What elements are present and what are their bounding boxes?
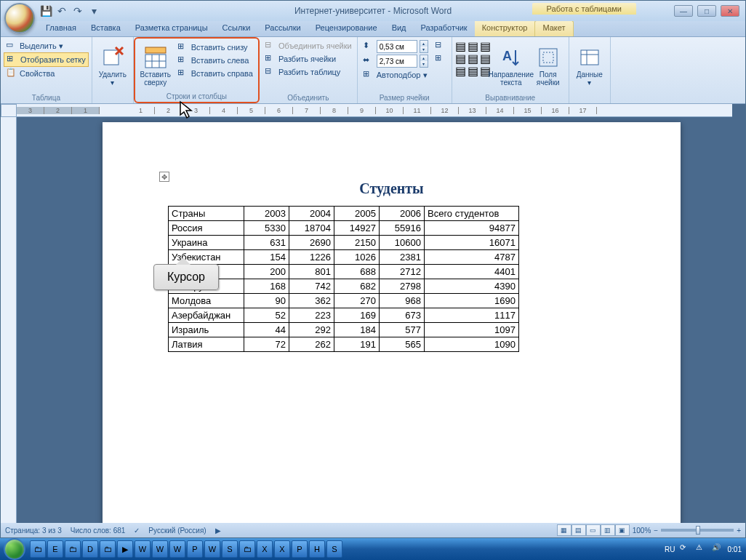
align-bl-icon[interactable]: ▤ xyxy=(455,64,467,76)
task-item[interactable]: 🗀 xyxy=(65,540,81,558)
autofit-button[interactable]: ⊞Автоподбор ▾ xyxy=(361,68,430,81)
task-item[interactable]: X xyxy=(274,540,290,558)
task-item[interactable]: 🗀 xyxy=(239,540,255,558)
align-mr-icon[interactable]: ▤ xyxy=(480,52,492,63)
tab-home[interactable]: Главная xyxy=(39,21,84,36)
insert-below-button[interactable]: ⊞Вставить снизу xyxy=(175,41,255,54)
ruler-toggle[interactable] xyxy=(1,104,17,117)
tab-review[interactable]: Рецензирование xyxy=(308,21,385,36)
svg-rect-7 xyxy=(540,49,557,66)
svg-rect-8 xyxy=(543,52,553,63)
document-page[interactable]: ✥ Студенты Страны2003200420052006Всего с… xyxy=(103,122,681,523)
tab-view[interactable]: Вид xyxy=(385,21,414,36)
tab-insert[interactable]: Вставка xyxy=(84,21,128,36)
minimize-button[interactable]: — xyxy=(674,5,693,17)
svg-rect-1 xyxy=(145,47,166,53)
page-indicator[interactable]: Страница: 3 из 3 xyxy=(5,527,62,535)
row-height-field[interactable]: ⬍▴▾ xyxy=(361,39,430,54)
tray-icon[interactable]: ⟳ xyxy=(680,543,691,555)
word-count[interactable]: Число слов: 681 xyxy=(71,527,126,535)
language-indicator[interactable]: Русский (Россия) xyxy=(148,527,206,535)
align-mc-icon[interactable]: ▤ xyxy=(468,52,479,63)
tab-developer[interactable]: Разработчик xyxy=(414,21,475,36)
text-direction-button[interactable]: A Направление текста xyxy=(494,39,529,92)
task-item[interactable]: W xyxy=(169,540,185,558)
task-item[interactable]: E xyxy=(47,540,63,558)
status-bar: Страница: 3 из 3 Число слов: 681 ✓ Русск… xyxy=(1,523,745,537)
clock[interactable]: 0:01 xyxy=(728,545,742,553)
split-table-button[interactable]: ⊟Разбить таблицу xyxy=(262,65,354,79)
task-item[interactable]: X xyxy=(257,540,273,558)
office-button[interactable] xyxy=(4,3,35,33)
tab-page-layout[interactable]: Разметка страницы xyxy=(128,21,215,36)
task-item[interactable]: S xyxy=(326,540,342,558)
col-width-field[interactable]: ⬌▴▾ xyxy=(361,54,430,68)
tab-layout[interactable]: Макет xyxy=(534,20,573,36)
group-alignment-label: Выравнивание xyxy=(455,92,566,103)
split-cells-button[interactable]: ⊞Разбить ячейки xyxy=(262,52,354,65)
document-area: 3211234567891011121314151617 ✥ Студенты … xyxy=(1,104,745,523)
task-item[interactable]: D xyxy=(82,540,98,558)
task-item[interactable]: S xyxy=(222,540,238,558)
tray-icon[interactable]: ⚠ xyxy=(696,543,707,555)
zoom-out-button[interactable]: − xyxy=(654,527,658,535)
tab-design[interactable]: Конструктор xyxy=(475,21,535,36)
spellcheck-icon[interactable]: ✓ xyxy=(134,527,140,535)
task-item[interactable]: ▶ xyxy=(117,540,133,558)
distribute-cols-button[interactable]: ⊞ xyxy=(433,52,449,65)
lang-indicator[interactable]: RU xyxy=(665,545,675,553)
group-rows-columns: Вставить сверху ⊞Вставить снизу ⊞Вставит… xyxy=(134,37,260,103)
task-item[interactable]: P xyxy=(292,540,308,558)
table-move-handle[interactable]: ✥ xyxy=(159,172,169,182)
delete-button[interactable]: Удалить▾ xyxy=(95,39,130,92)
task-item[interactable]: W xyxy=(204,540,220,558)
select-button[interactable]: ▭Выделить ▾ xyxy=(4,39,89,52)
cell-margins-button[interactable]: Поля ячейки xyxy=(531,39,566,92)
task-item[interactable]: P xyxy=(187,540,203,558)
vertical-ruler[interactable] xyxy=(1,117,17,523)
group-delete: Удалить▾ xyxy=(92,37,134,103)
distribute-rows-button[interactable]: ⊟ xyxy=(433,39,449,52)
align-ml-icon[interactable]: ▤ xyxy=(455,52,467,63)
show-gridlines-button[interactable]: ⊞Отобразить сетку xyxy=(4,52,89,67)
align-tl-icon[interactable]: ▤ xyxy=(455,39,467,51)
save-icon[interactable]: 💾 xyxy=(39,4,53,18)
height-stepper[interactable]: ▴▾ xyxy=(420,40,428,53)
align-tc-icon[interactable]: ▤ xyxy=(468,39,479,51)
macro-icon[interactable]: ▶ xyxy=(215,527,221,535)
align-tr-icon[interactable]: ▤ xyxy=(480,39,492,51)
task-item[interactable]: W xyxy=(152,540,168,558)
zoom-in-button[interactable]: + xyxy=(737,527,741,535)
task-item[interactable]: 🗀 xyxy=(30,540,46,558)
zoom-level[interactable]: 100% xyxy=(633,527,651,535)
group-cell-size: ⬍▴▾ ⬌▴▾ ⊞Автоподбор ▾ ⊟ ⊞ Размер ячейки xyxy=(358,37,452,103)
start-button[interactable] xyxy=(0,538,29,560)
width-stepper[interactable]: ▴▾ xyxy=(420,55,428,68)
insert-left-button[interactable]: ⊞Вставить слева xyxy=(175,54,255,67)
merge-cells-button[interactable]: ⊟Объединить ячейки xyxy=(262,39,354,52)
insert-above-button[interactable]: Вставить сверху xyxy=(138,41,173,91)
qat-more-icon[interactable]: ▾ xyxy=(87,4,101,18)
insert-right-button[interactable]: ⊞Вставить справа xyxy=(175,67,255,80)
task-item[interactable]: 🗀 xyxy=(100,540,116,558)
task-item[interactable]: W xyxy=(135,540,151,558)
properties-button[interactable]: 📋Свойства xyxy=(4,67,89,80)
tab-mailings[interactable]: Рассылки xyxy=(257,21,308,36)
tab-references[interactable]: Ссылки xyxy=(215,21,258,36)
close-button[interactable]: ✕ xyxy=(721,5,739,17)
view-buttons[interactable]: ▦▤▭▥▣ xyxy=(557,524,630,536)
task-item[interactable]: H xyxy=(309,540,325,558)
align-bc-icon[interactable]: ▤ xyxy=(468,64,479,76)
undo-icon[interactable]: ↶ xyxy=(55,4,69,18)
ribbon: ▭Выделить ▾ ⊞Отобразить сетку 📋Свойства … xyxy=(1,37,745,104)
volume-icon[interactable]: 🔊 xyxy=(712,543,723,555)
redo-icon[interactable]: ↷ xyxy=(71,4,85,18)
maximize-button[interactable]: □ xyxy=(697,5,716,17)
titlebar: 💾 ↶ ↷ ▾ Интернет-университет - Microsoft… xyxy=(1,1,745,21)
group-rows-cols-label: Строки и столбцы xyxy=(138,91,255,102)
data-button[interactable]: Данные▾ xyxy=(572,39,607,92)
data-table[interactable]: Страны2003200420052006Всего студентовРос… xyxy=(168,206,519,352)
zoom-slider[interactable] xyxy=(661,529,734,532)
horizontal-ruler[interactable]: 3211234567891011121314151617 xyxy=(17,104,732,117)
group-data: Данные▾ xyxy=(569,37,611,103)
